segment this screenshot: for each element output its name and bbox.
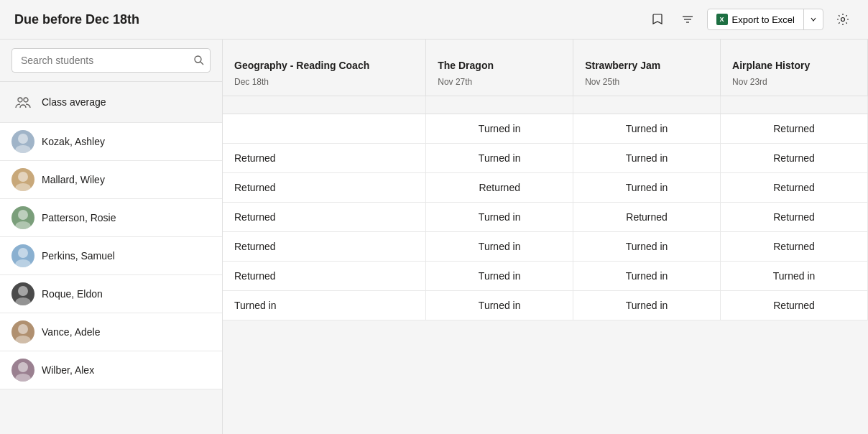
cell-4-1: Turned in <box>426 232 573 262</box>
cell-0-1: Turned in <box>426 114 573 144</box>
svg-point-21 <box>15 374 31 382</box>
chevron-down-icon <box>810 16 817 23</box>
assignment-header-row: Geography - Reading Coach Dec 18th The D… <box>223 40 868 96</box>
bookmark-button[interactable] <box>647 9 668 30</box>
avatar <box>11 206 34 229</box>
assignment-title-0: Geography - Reading Coach <box>223 51 425 74</box>
content-area: Geography - Reading Coach Dec 18th The D… <box>223 40 868 434</box>
svg-point-17 <box>15 297 31 305</box>
list-item[interactable]: Mallard, Wiley <box>0 161 222 199</box>
cell-4-2: Turned in <box>573 232 721 262</box>
svg-point-12 <box>18 210 28 220</box>
assignment-title-3: Airplane History <box>721 51 867 74</box>
svg-point-6 <box>18 98 22 102</box>
assignment-header-0: Geography - Reading Coach Dec 18th <box>223 40 426 96</box>
sidebar: Class average Kozak, Ashley Mallard, Wil… <box>0 40 223 434</box>
settings-button[interactable] <box>832 9 854 30</box>
cell-5-1: Turned in <box>426 262 573 291</box>
table-row: ReturnedTurned inTurned inTurned in <box>223 262 868 291</box>
export-to-excel-button[interactable]: X Export to Excel <box>708 9 804 29</box>
table-row: Turned inTurned inTurned inReturned <box>223 291 868 320</box>
avatar <box>11 359 34 382</box>
svg-point-19 <box>15 336 31 343</box>
svg-point-9 <box>15 145 31 153</box>
svg-point-18 <box>18 324 28 334</box>
svg-point-13 <box>15 221 31 229</box>
cell-1-2: Turned in <box>573 144 721 173</box>
search-button[interactable] <box>193 55 205 66</box>
student-list: Class average Kozak, Ashley Mallard, Wil… <box>0 82 222 434</box>
cell-3-1: Turned in <box>426 203 573 232</box>
cell-4-3: Returned <box>721 232 868 262</box>
assignment-body: Turned inTurned inReturnedReturnedTurned… <box>223 96 868 320</box>
assignment-header-2: Strawberry Jam Nov 25th <box>573 40 721 96</box>
cell-3-0: Returned <box>223 203 426 232</box>
list-item[interactable]: Kozak, Ashley <box>0 123 222 161</box>
class-average-data-row <box>223 96 868 114</box>
avatar-image <box>11 130 34 153</box>
search-container <box>0 40 222 82</box>
svg-point-15 <box>15 259 31 267</box>
avatar-image <box>11 359 34 382</box>
table-row: ReturnedTurned inReturnedReturned <box>223 203 868 232</box>
avatar <box>11 130 34 153</box>
class-avg-cell-3 <box>573 96 721 114</box>
list-item[interactable]: Patterson, Rosie <box>0 199 222 237</box>
top-bar-actions: X Export to Excel <box>647 9 854 30</box>
avatar-image <box>11 320 34 343</box>
cell-5-3: Turned in <box>721 262 868 291</box>
student-name: Vance, Adele <box>42 326 100 338</box>
class-average-row[interactable]: Class average <box>0 82 222 123</box>
cell-6-3: Returned <box>721 291 868 320</box>
cell-6-1: Turned in <box>426 291 573 320</box>
bookmark-icon <box>651 13 664 26</box>
list-item[interactable]: Vance, Adele <box>0 313 222 351</box>
search-input[interactable] <box>11 48 211 73</box>
svg-point-11 <box>15 183 31 191</box>
class-avg-cell-1 <box>223 96 426 114</box>
filter-button[interactable] <box>677 9 698 30</box>
cell-2-0: Returned <box>223 173 426 203</box>
cell-0-0 <box>223 114 426 144</box>
student-name: Wilber, Alex <box>42 364 94 376</box>
excel-icon: X <box>716 14 728 25</box>
svg-point-8 <box>18 134 28 144</box>
class-avg-cell-2 <box>426 96 573 114</box>
student-name: Mallard, Wiley <box>42 174 105 185</box>
cell-1-0: Returned <box>223 144 426 173</box>
avatar-image <box>11 282 34 305</box>
avatar-image <box>11 206 34 229</box>
search-icon <box>193 55 205 66</box>
assignments-table: Geography - Reading Coach Dec 18th The D… <box>223 40 868 320</box>
class-avg-cell-4 <box>721 96 868 114</box>
cell-4-0: Returned <box>223 232 426 262</box>
assignment-title-1: The Dragon <box>426 51 573 74</box>
cell-0-2: Turned in <box>573 114 721 144</box>
avatar-image <box>11 244 34 267</box>
class-average-label: Class average <box>42 96 106 108</box>
main-layout: Class average Kozak, Ashley Mallard, Wil… <box>0 40 868 434</box>
export-dropdown-button[interactable] <box>804 10 823 29</box>
class-avg-icon <box>11 91 34 114</box>
gear-icon <box>836 13 849 26</box>
assignment-date-0: Dec 18th <box>223 74 425 96</box>
student-name: Perkins, Samuel <box>42 250 115 262</box>
list-item[interactable]: Roque, Eldon <box>0 275 222 313</box>
list-item[interactable]: Wilber, Alex <box>0 351 222 389</box>
student-rows-container: Kozak, Ashley Mallard, Wiley Patterson, … <box>0 123 222 389</box>
avatar <box>11 282 34 305</box>
cell-3-2: Returned <box>573 203 721 232</box>
cell-2-3: Returned <box>721 173 868 203</box>
student-name: Patterson, Rosie <box>42 212 116 223</box>
student-name: Kozak, Ashley <box>42 136 105 147</box>
cell-6-2: Turned in <box>573 291 721 320</box>
avatar-image <box>11 168 34 191</box>
list-item[interactable]: Perkins, Samuel <box>0 237 222 275</box>
avatar <box>11 320 34 343</box>
filter-icon <box>681 13 694 26</box>
export-label: Export to Excel <box>732 14 795 25</box>
cell-3-3: Returned <box>721 203 868 232</box>
group-icon <box>14 93 32 111</box>
assignment-date-2: Nov 25th <box>573 74 720 96</box>
assignment-title-2: Strawberry Jam <box>573 51 720 74</box>
